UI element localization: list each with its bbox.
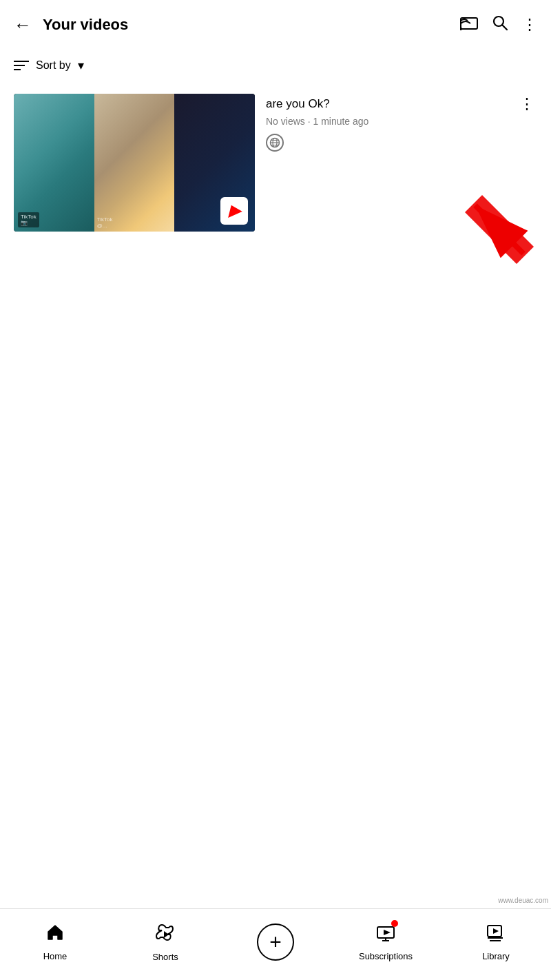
nav-label-library: Library xyxy=(482,951,510,961)
bottom-nav: Home Shorts + Subscriptions xyxy=(0,908,551,980)
tiktok-watermark-2: TikTok@... xyxy=(97,216,113,229)
svg-marker-17 xyxy=(493,928,499,934)
shorts-icon: ▶ xyxy=(229,203,240,218)
thumb-cell-1: TikTok📷 xyxy=(14,94,94,232)
watermark: www.deuac.com xyxy=(495,895,551,906)
svg-marker-11 xyxy=(164,931,169,938)
thumbnail-grid: TikTok📷 TikTok@... xyxy=(14,94,255,232)
nav-label-home: Home xyxy=(43,951,67,961)
home-icon xyxy=(45,923,65,947)
video-more-button[interactable]: ⋮ xyxy=(517,96,537,112)
search-icon[interactable] xyxy=(492,14,508,35)
page-title: Your videos xyxy=(43,16,460,34)
svg-marker-13 xyxy=(384,930,391,935)
video-title[interactable]: are you Ok? xyxy=(266,96,517,112)
sort-by-label[interactable]: Sort by xyxy=(36,59,71,72)
video-list: TikTok📷 TikTok@... ▶ are you Ok? ⋮ No vi… xyxy=(0,81,551,244)
header: ← Your videos ⋮ xyxy=(0,0,551,50)
thumb-cell-2: TikTok@... xyxy=(94,94,175,232)
subscriptions-notification-badge xyxy=(391,920,398,927)
sort-bar: Sort by ▾ xyxy=(0,50,551,81)
nav-label-shorts: Shorts xyxy=(152,952,178,962)
cast-icon[interactable] xyxy=(460,15,478,34)
video-title-row: are you Ok? ⋮ xyxy=(266,96,537,112)
header-actions: ⋮ xyxy=(460,14,537,35)
video-meta: No views · 1 minute ago xyxy=(266,116,537,127)
video-info: are you Ok? ⋮ No views · 1 minute ago xyxy=(266,94,537,152)
nav-item-home[interactable]: Home xyxy=(0,923,110,961)
subscriptions-icon xyxy=(376,923,395,947)
nav-item-subscriptions[interactable]: Subscriptions xyxy=(331,923,441,961)
back-button[interactable]: ← xyxy=(14,14,32,36)
more-options-icon[interactable]: ⋮ xyxy=(522,16,537,34)
nav-item-create[interactable]: + xyxy=(220,923,331,961)
svg-line-3 xyxy=(503,25,508,30)
create-button[interactable]: + xyxy=(257,923,294,961)
nav-item-shorts[interactable]: Shorts xyxy=(110,922,220,962)
shorts-nav-icon xyxy=(155,922,176,948)
shorts-badge: ▶ xyxy=(220,197,248,225)
sort-filter-icon[interactable] xyxy=(14,61,29,70)
video-item: TikTok📷 TikTok@... ▶ are you Ok? ⋮ No vi… xyxy=(0,87,551,238)
library-icon xyxy=(486,923,506,947)
sort-chevron-icon[interactable]: ▾ xyxy=(78,58,84,73)
video-visibility xyxy=(266,134,537,152)
visibility-public-icon xyxy=(266,134,284,152)
nav-item-library[interactable]: Library xyxy=(441,923,551,961)
tiktok-watermark-1: TikTok📷 xyxy=(18,212,39,227)
svg-point-1 xyxy=(460,28,462,30)
video-thumbnail[interactable]: TikTok📷 TikTok@... ▶ xyxy=(14,94,255,232)
nav-label-subscriptions: Subscriptions xyxy=(359,951,413,961)
